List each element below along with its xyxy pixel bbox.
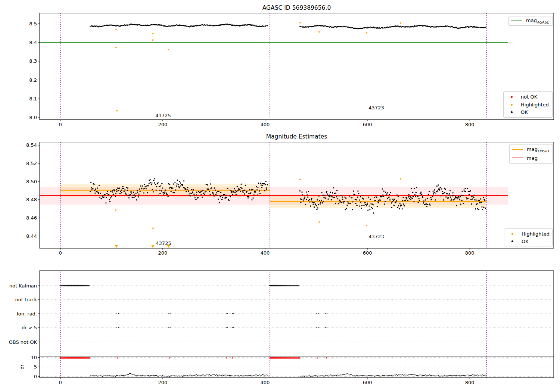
- ok-point: [196, 192, 197, 193]
- x-tick-label: 400: [261, 122, 270, 127]
- ok-point: [429, 191, 430, 192]
- dr-point: [230, 375, 231, 376]
- ok-point: [333, 197, 334, 198]
- dr-point: [240, 375, 241, 376]
- ok-point: [195, 197, 196, 198]
- dr-point: [338, 375, 339, 376]
- ok-point: [436, 186, 438, 187]
- dr-point: [191, 375, 192, 376]
- highlighted-point: [115, 29, 117, 31]
- dr-point: [220, 375, 221, 376]
- dr-point: [369, 375, 370, 376]
- ok-point: [133, 195, 134, 196]
- dr-point: [453, 375, 454, 376]
- ok-point: [194, 195, 195, 196]
- flag-point: [233, 327, 234, 328]
- ok-point: [417, 196, 419, 197]
- ok-point: [224, 194, 225, 195]
- dr-point: [237, 376, 238, 376]
- y-tick-label: 8.52: [26, 161, 37, 166]
- ok-point: [420, 25, 421, 26]
- dr-point: [252, 376, 252, 376]
- ok-point: [420, 192, 421, 193]
- ok-point: [484, 200, 485, 201]
- ok-point: [445, 196, 447, 197]
- ok-point: [435, 27, 436, 28]
- dr-point: [312, 376, 313, 377]
- dr-point: [193, 375, 194, 376]
- obsid-annotation: 43725: [156, 240, 171, 246]
- dr-point: [267, 374, 267, 375]
- ok-point: [251, 199, 252, 200]
- ok-point: [370, 203, 371, 204]
- ok-point: [368, 27, 369, 28]
- dr-point: [248, 375, 248, 376]
- ok-point: [362, 28, 363, 29]
- dr-point: [246, 375, 246, 376]
- dr-point: [109, 375, 110, 376]
- ok-point: [389, 26, 390, 27]
- ok-point: [336, 196, 337, 197]
- ok-point: [264, 183, 265, 184]
- dr-point: [240, 376, 240, 376]
- dr-point: [348, 374, 349, 374]
- highlighted-point: [299, 22, 301, 24]
- dr-point: [382, 375, 383, 376]
- ok-point: [476, 203, 477, 204]
- ok-point: [338, 26, 339, 27]
- ok-point: [179, 181, 180, 182]
- ok-point: [306, 199, 307, 200]
- ok-point: [321, 192, 322, 193]
- dr-point: [456, 375, 457, 376]
- ok-point: [93, 184, 94, 185]
- ok-point: [304, 27, 305, 28]
- dr-point: [242, 376, 243, 376]
- ok-point: [155, 190, 156, 191]
- dr-point: [239, 376, 239, 377]
- ok-point: [362, 195, 363, 196]
- dr-point: [325, 375, 326, 376]
- ok-point: [437, 26, 438, 27]
- dr-point: [432, 375, 433, 376]
- ok-point: [320, 202, 321, 203]
- dr-point: [221, 375, 222, 376]
- dr-point: [433, 375, 433, 376]
- ok-point: [442, 191, 443, 192]
- ok-point: [346, 205, 348, 206]
- ok-point: [457, 197, 458, 198]
- dr-point: [393, 375, 394, 376]
- dr-point: [399, 375, 399, 376]
- ok-point: [374, 27, 376, 28]
- ok-point: [109, 199, 110, 200]
- dr-point: [201, 375, 202, 376]
- dr-point: [229, 375, 230, 376]
- flag-point: [116, 327, 117, 328]
- ok-point: [256, 186, 257, 187]
- dr-point: [482, 375, 482, 376]
- ok-point: [398, 205, 399, 206]
- flag-point: [327, 313, 327, 314]
- dr-point: [407, 374, 407, 375]
- dr-point: [422, 375, 423, 376]
- dr-point: [263, 374, 264, 375]
- dr-point: [324, 376, 325, 376]
- dr-point: [135, 375, 136, 376]
- plot2-title: Magnitude Estimates: [40, 133, 554, 140]
- ok-point: [379, 28, 380, 29]
- dr-point: [200, 375, 200, 376]
- ok-point: [322, 202, 323, 203]
- dr-point: [419, 375, 420, 376]
- ok-point: [106, 197, 107, 198]
- ok-point: [179, 25, 180, 26]
- dr-point: [316, 376, 317, 376]
- dr-point: [417, 375, 418, 376]
- dr-point: [439, 376, 439, 377]
- dr-point: [304, 376, 305, 377]
- ok-point: [198, 191, 199, 192]
- dr-point: [361, 375, 361, 376]
- ok-point: [215, 194, 216, 195]
- dr-point: [322, 375, 323, 376]
- ok-point: [352, 209, 353, 210]
- ok-point: [397, 207, 398, 208]
- ok-point: [476, 199, 477, 200]
